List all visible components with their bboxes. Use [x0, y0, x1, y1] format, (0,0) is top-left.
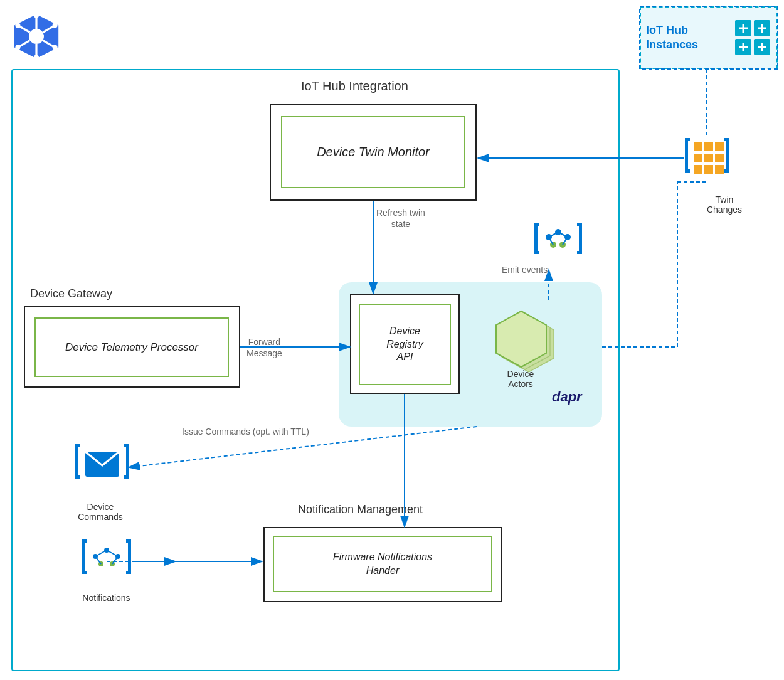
svg-rect-67: [685, 138, 688, 173]
iot-hub-instances-label: IoT Hub Instances: [646, 23, 734, 53]
telemetry-processor-label: Device Telemetry Processor: [65, 341, 198, 354]
svg-rect-43: [128, 539, 131, 574]
svg-point-8: [34, 13, 39, 18]
svg-rect-79: [704, 165, 713, 174]
svg-rect-73: [704, 142, 713, 151]
svg-rect-21: [579, 223, 582, 254]
svg-rect-33: [75, 444, 78, 479]
registry-api-inner-box: Device Registry API: [359, 304, 451, 385]
svg-line-51: [107, 550, 118, 556]
telemetry-processor-box: Device Telemetry Processor: [34, 317, 229, 377]
twin-changes-label: Twin Changes: [699, 194, 750, 215]
notifications-label: Notifications: [77, 593, 136, 603]
device-gateway-label: Device Gateway: [30, 287, 112, 300]
svg-rect-41: [82, 571, 87, 574]
svg-rect-34: [75, 475, 80, 479]
iot-hub-integration-label: IoT Hub Integration: [301, 79, 408, 93]
notification-management-label: Notification Management: [298, 503, 423, 516]
device-commands-label: Device Commands: [69, 502, 132, 522]
svg-point-13: [53, 45, 58, 50]
svg-point-12: [15, 45, 20, 50]
twin-monitor-label: Device Twin Monitor: [317, 145, 430, 159]
svg-rect-75: [694, 154, 702, 162]
svg-line-50: [95, 550, 107, 556]
notifications-icon: [82, 536, 132, 587]
svg-rect-44: [126, 571, 131, 574]
svg-rect-40: [82, 539, 85, 574]
refresh-twin-label: Refresh twin state: [376, 207, 425, 230]
svg-rect-19: [534, 251, 539, 254]
svg-rect-80: [715, 165, 724, 174]
firmware-notifications-label: Firmware Notifications Hander: [333, 550, 432, 578]
svg-point-9: [34, 55, 39, 60]
registry-api-label: Device Registry API: [386, 325, 423, 364]
svg-rect-68: [685, 169, 690, 173]
svg-line-53: [112, 556, 118, 564]
svg-line-52: [95, 556, 101, 564]
svg-rect-70: [726, 138, 729, 173]
device-actors-label: Device Actors: [486, 369, 555, 389]
event-grid-icon: [533, 220, 583, 270]
svg-rect-18: [534, 223, 538, 254]
firmware-notifications-inner-box: Firmware Notifications Hander: [273, 536, 492, 592]
iot-hub-instances-box: IoT Hub Instances: [640, 6, 778, 69]
emit-events-label: Emit events: [502, 265, 548, 275]
svg-rect-74: [715, 142, 724, 151]
svg-rect-36: [126, 444, 129, 479]
svg-rect-22: [577, 251, 582, 254]
svg-rect-37: [124, 475, 129, 479]
svg-point-10: [15, 23, 20, 28]
issue-commands-label: Issue Commands (opt. with TTL): [182, 427, 309, 437]
svg-point-1: [29, 29, 44, 44]
svg-rect-71: [724, 169, 729, 173]
svg-rect-72: [694, 142, 702, 151]
diagram-container: IoT Hub Integration Device Twin Monitor …: [0, 0, 784, 680]
forward-message-label: Forward Message: [246, 336, 282, 359]
svg-rect-76: [704, 154, 713, 162]
svg-rect-77: [715, 154, 724, 162]
kubernetes-logo: [11, 11, 61, 61]
device-commands-icon: [74, 439, 130, 496]
svg-point-11: [53, 23, 58, 28]
dapr-logo: dapr: [552, 389, 582, 405]
iot-hub-main-icon: [684, 135, 731, 182]
twin-monitor-inner-box: Device Twin Monitor: [281, 116, 465, 188]
svg-rect-78: [694, 165, 702, 174]
